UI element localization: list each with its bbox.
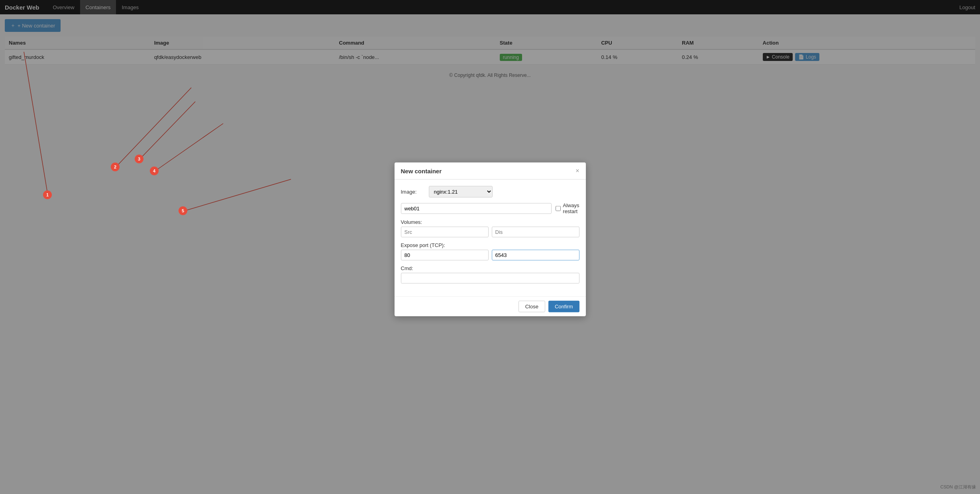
cmd-section: Cmd: [401,265,579,284]
always-restart-checkbox[interactable] [556,206,561,211]
annotation-3: 3 [135,155,143,163]
image-row: Image: nginx:1.21 nginx:latest ubuntu:20… [401,186,579,198]
volumes-label: Volumes: [401,219,579,225]
always-restart-label: Always restart [556,202,579,214]
expose-port-section: Expose port (TCP): [401,242,579,261]
modal-body: Image: nginx:1.21 nginx:latest ubuntu:20… [395,180,586,296]
annotation-2: 2 [111,163,120,171]
volumes-src-input[interactable] [401,227,489,237]
container-port-input[interactable] [401,250,489,261]
annotation-4: 4 [150,167,159,175]
annotation-1: 1 [43,190,52,199]
new-container-modal: New container × Image: nginx:1.21 nginx:… [395,163,586,316]
close-button[interactable]: Close [518,301,545,312]
confirm-button[interactable]: Confirm [548,301,579,312]
modal-footer: Close Confirm [395,296,586,316]
cmd-input[interactable] [401,273,579,284]
modal-close-x-button[interactable]: × [575,167,579,174]
container-name-input[interactable] [401,203,552,214]
image-label: Image: [401,189,425,195]
image-select[interactable]: nginx:1.21 nginx:latest ubuntu:20.04 [429,186,493,198]
name-row: Always restart [401,202,579,214]
csdn-watermark: CSDN @江湖有缘 [941,484,976,490]
annotation-5: 5 [179,206,187,215]
volumes-dst-input[interactable] [492,227,579,237]
volumes-section: Volumes: [401,219,579,237]
volumes-inputs [401,227,579,237]
port-inputs [401,250,579,261]
host-port-input[interactable] [492,250,579,261]
expose-port-label: Expose port (TCP): [401,242,579,248]
modal-header: New container × [395,163,586,180]
cmd-label: Cmd: [401,265,579,271]
modal-title: New container [401,167,442,174]
